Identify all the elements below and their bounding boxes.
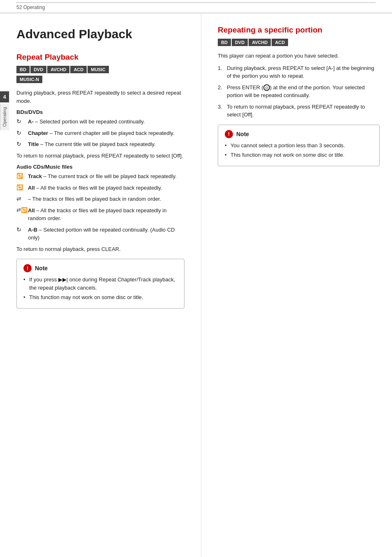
bd-item-a-text: A- – Selected portion will be repeated c… [28,118,145,126]
page: 52 Operating Operating 4 Advanced Playba… [0,0,392,557]
repeat-icon-title: ↻ [16,141,27,147]
right-note-item-2: This function may not work on some disc … [225,151,373,159]
badge-bd: BD [16,66,30,73]
repeat-icon-all: 🔁 [16,184,27,190]
audio-item-random-all-text: All – All the tracks or files will be pl… [28,207,184,223]
left-note-item-2: This function may not work on some disc … [23,293,178,302]
audio-item-all: 🔁 All – All the tracks or files will be … [16,184,184,192]
audio-item-track-text: Track – The current track or file will b… [28,172,177,181]
side-number: 4 [0,91,9,102]
right-badge-bd: BD [218,39,231,46]
left-note-icon: ! [23,264,32,272]
right-intro: This player can repeat a portion you hav… [218,52,380,60]
enter-icon: ⊙ [263,84,270,91]
repeat-icon-chapter: ↻ [16,130,27,136]
bd-item-chapter: ↻ Chapter – The current chapter will be … [16,129,184,137]
repeat-icon-a: ↻ [16,118,27,125]
right-badge-acd: ACD [272,39,288,46]
main-title: Advanced Playback [16,27,184,41]
audio-item-random: ⇄ – The tracks or files will be played b… [16,195,184,203]
right-note-box: ! Note You cannot select a portion less … [218,125,380,166]
right-badge-avchd: AVCHD [249,39,271,46]
right-badges: BD DVD AVCHD ACD [218,39,380,47]
badge-dvd: DVD [30,66,46,73]
right-steps-list: During playback, press REPEAT to select … [218,64,380,119]
content-area: Operating 4 Advanced Playback Repeat Pla… [0,13,392,557]
left-note-header: ! Note [23,264,178,272]
right-column: Repeating a specific portion BD DVD AVCH… [201,13,392,557]
right-step-3: To return to normal playback, press REPE… [218,103,380,119]
audio-item-random-text: – The tracks or files will be played bac… [28,195,161,203]
left-column: Advanced Playback Repeat Playback BD DVD… [0,13,201,557]
bd-item-title-text: Title – The current title will be played… [28,140,156,149]
badge-acd: ACD [70,66,87,73]
badge-music: MUSIC [88,66,108,73]
right-note-icon: ! [225,130,233,138]
left-note-box: ! Note If you press ▶▶| once during Repe… [16,259,184,309]
top-bar: 52 Operating [0,0,392,13]
right-badge-dvd: DVD [232,39,248,46]
subsection-audio: Audio CDs/Music files [16,164,184,170]
repeat-intro: During playback, press REPEAT repeatedly… [16,89,184,105]
subsection-bd: BDs/DVDs [16,109,184,115]
badge-music-n: MUSIC-N [16,76,42,83]
right-section-title: Repeating a specific portion [218,26,380,35]
right-note-header: ! Note [225,130,373,138]
right-step-2: Press ENTER (⊙) at the end of the portio… [218,84,380,100]
random-icon: ⇄ [16,195,27,202]
audio-return-text: To return to normal playback, press CLEA… [16,245,184,253]
audio-item-all-bold: All [28,185,35,191]
bd-item-title-bold: Title [28,141,39,147]
audio-item-random-all: ⇄🔁 All – All the tracks or files will be… [16,207,184,223]
bd-item-chapter-text: Chapter – The current chapter will be pl… [28,129,175,137]
bd-item-a: ↻ A- – Selected portion will be repeated… [16,118,184,126]
repeat-icon-track: 🔁 [16,173,27,179]
right-note-item-1: You cannot select a portion less than 3 … [225,142,373,150]
repeat-playback-title: Repeat Playback [16,53,184,62]
bd-item-a-bold: A- [28,118,34,125]
left-note-title: Note [35,265,48,272]
repeat-badges-row2: MUSIC-N [16,76,184,84]
bd-return-text: To return to normal playback, press REPE… [16,152,184,160]
top-bar-text: 52 Operating [16,5,45,10]
right-note-title: Note [236,131,249,137]
audio-item-ab-text: A-B – Selected portion will be repeated … [28,226,184,242]
repeat-badges: BD DVD AVCHD ACD MUSIC [16,66,184,74]
side-operating-label: Operating [0,104,9,130]
repeat-icon-ab: ↻ [16,226,27,233]
badge-avchd: AVCHD [47,66,69,73]
bd-item-chapter-bold: Chapter [28,130,48,136]
audio-item-ab-bold: A-B [28,227,37,233]
audio-item-random-all-bold: All [28,207,35,214]
audio-item-all-text: All – All the tracks or files will be pl… [28,184,162,192]
random-all-icon: ⇄🔁 [16,207,27,213]
audio-item-track-bold: Track [28,173,42,179]
audio-item-track: 🔁 Track – The current track or file will… [16,172,184,181]
bd-item-title: ↻ Title – The current title will be play… [16,140,184,149]
right-step-1: During playback, press REPEAT to select … [218,64,380,80]
audio-item-ab: ↻ A-B – Selected portion will be repeate… [16,226,184,242]
left-note-item-1: If you press ▶▶| once during Repeat Chap… [23,276,178,292]
